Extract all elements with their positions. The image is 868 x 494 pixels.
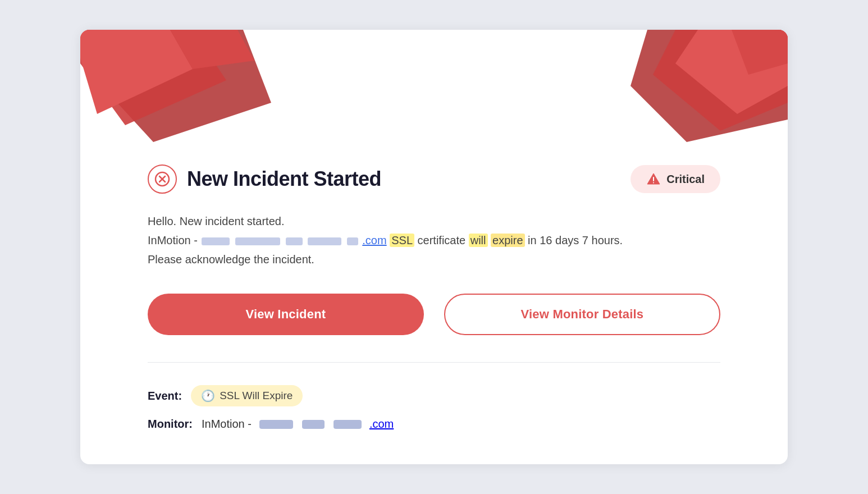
svg-point-12 <box>653 182 654 184</box>
svg-marker-1 <box>80 30 226 125</box>
svg-marker-0 <box>92 30 271 142</box>
svg-marker-3 <box>170 30 254 69</box>
view-monitor-button[interactable]: View Monitor Details <box>444 294 720 335</box>
monitor-redacted-3 <box>334 420 362 429</box>
buttons-row: View Incident View Monitor Details <box>148 294 720 335</box>
alert-triangle-icon <box>646 172 661 186</box>
domain-link[interactable]: .com <box>362 234 386 246</box>
time-suffix: in 16 days 7 hours. <box>528 234 623 246</box>
redacted-4 <box>308 237 341 245</box>
message-line1: Hello. New incident started. <box>148 212 720 231</box>
ssl-highlight: SSL certificate <box>390 234 469 247</box>
event-value: SSL Will Expire <box>220 390 293 402</box>
svg-marker-7 <box>732 30 788 75</box>
deco-top-left <box>80 30 294 142</box>
monitor-domain-link[interactable]: .com <box>369 418 394 431</box>
monitor-redacted-1 <box>259 420 293 429</box>
message-prefix: InMotion - <box>148 234 200 246</box>
monitor-row: Monitor: InMotion - .com <box>148 418 720 431</box>
event-label: Event: <box>148 390 182 402</box>
monitor-label: Monitor: <box>148 418 193 431</box>
deco-top-right <box>619 30 788 142</box>
svg-marker-2 <box>80 30 193 114</box>
view-incident-button[interactable]: View Incident <box>148 294 424 335</box>
redacted-1 <box>202 237 230 245</box>
incident-title: New Incident Started <box>187 167 381 191</box>
card-content: New Incident Started Critical Hello. New… <box>80 131 788 464</box>
title-group: New Incident Started <box>148 164 381 194</box>
svg-marker-6 <box>675 30 788 114</box>
monitor-redacted-2 <box>302 420 325 429</box>
svg-marker-4 <box>631 30 788 142</box>
expire-highlight: expire <box>491 234 524 247</box>
message-line3: Please acknowledge the incident. <box>148 250 720 269</box>
monitor-prefix: InMotion - <box>202 418 252 431</box>
will-highlight: will <box>469 234 488 247</box>
message-body: Hello. New incident started. InMotion - … <box>148 212 720 269</box>
incident-icon <box>148 164 177 194</box>
header-row: New Incident Started Critical <box>148 164 720 194</box>
critical-badge: Critical <box>631 165 720 193</box>
redacted-2 <box>235 237 280 245</box>
clock-icon: 🕐 <box>201 389 215 402</box>
event-badge: 🕐 SSL Will Expire <box>191 385 303 406</box>
message-line2: InMotion - .com SSL certificate will exp… <box>148 231 720 250</box>
redacted-3 <box>286 237 303 245</box>
meta-section: Event: 🕐 SSL Will Expire Monitor: InMoti… <box>148 385 720 431</box>
critical-label: Critical <box>666 173 705 186</box>
x-circle-icon <box>154 171 170 187</box>
redacted-5 <box>347 237 358 245</box>
svg-marker-5 <box>653 30 788 131</box>
event-row: Event: 🕐 SSL Will Expire <box>148 385 720 406</box>
section-divider <box>148 362 720 363</box>
notification-card: New Incident Started Critical Hello. New… <box>80 30 788 464</box>
